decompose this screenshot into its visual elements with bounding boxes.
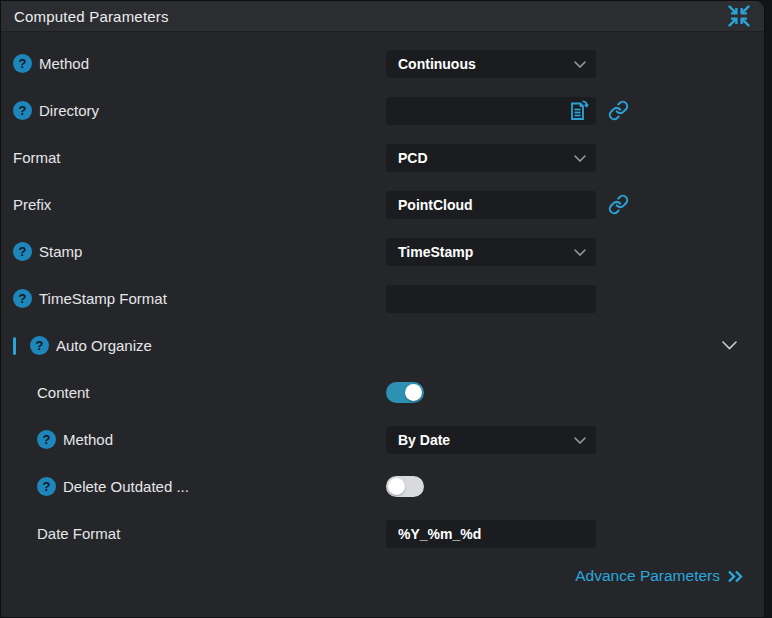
document-browse-icon[interactable] — [567, 99, 591, 127]
format-dropdown[interactable]: PCD — [386, 144, 596, 172]
row-format: Format PCD — [1, 134, 764, 181]
format-label: Format — [13, 149, 61, 166]
collapse-panel-button[interactable] — [724, 2, 754, 30]
toggle-knob — [405, 384, 422, 401]
section-collapse-button[interactable] — [722, 341, 737, 350]
section-accent-bar — [13, 337, 16, 355]
organize-method-dropdown[interactable]: By Date — [386, 426, 596, 454]
chevron-down-icon — [574, 249, 586, 256]
format-value: PCD — [386, 150, 428, 166]
timestamp-format-label: TimeStamp Format — [39, 290, 167, 307]
chevron-down-icon — [574, 437, 586, 444]
method-label: Method — [39, 55, 89, 72]
help-icon[interactable]: ? — [13, 54, 32, 73]
directory-input[interactable] — [386, 97, 596, 125]
row-timestamp-format: ? TimeStamp Format — [1, 275, 764, 322]
content-label: Content — [37, 384, 90, 401]
row-prefix: Prefix — [1, 181, 764, 228]
help-icon[interactable]: ? — [30, 336, 49, 355]
panel-header: Computed Parameters — [1, 1, 764, 32]
timestamp-format-input[interactable] — [386, 285, 596, 313]
double-chevron-right-icon — [727, 570, 744, 583]
delete-outdated-label: Delete Outdated ... — [63, 478, 189, 495]
row-directory: ? Directory — [1, 87, 764, 134]
advance-parameters-label: Advance Parameters — [575, 567, 720, 585]
auto-organize-label: Auto Organize — [56, 337, 152, 354]
stamp-value: TimeStamp — [386, 244, 473, 260]
link-icon[interactable] — [608, 100, 629, 121]
help-icon[interactable]: ? — [13, 101, 32, 120]
collapse-arrows-icon — [726, 3, 752, 29]
method-dropdown[interactable]: Continuous — [386, 50, 596, 78]
computed-parameters-panel: Computed Parameters ? Method Continuous — [0, 0, 765, 618]
organize-method-value: By Date — [386, 432, 450, 448]
chevron-down-icon — [574, 61, 586, 68]
organize-method-label: Method — [63, 431, 113, 448]
row-organize-method: ? Method By Date — [1, 416, 764, 463]
help-icon[interactable]: ? — [37, 430, 56, 449]
row-stamp: ? Stamp TimeStamp — [1, 228, 764, 275]
row-method: ? Method Continuous — [1, 40, 764, 87]
prefix-input[interactable] — [386, 191, 596, 219]
stamp-label: Stamp — [39, 243, 82, 260]
help-icon[interactable]: ? — [13, 289, 32, 308]
parameters-list: ? Method Continuous ? Directory — [1, 32, 764, 595]
directory-label: Directory — [39, 102, 99, 119]
row-auto-organize: ? Auto Organize — [1, 322, 764, 369]
chevron-down-icon — [722, 341, 737, 350]
help-icon[interactable]: ? — [37, 477, 56, 496]
prefix-label: Prefix — [13, 196, 51, 213]
link-icon[interactable] — [608, 194, 629, 215]
help-icon[interactable]: ? — [13, 242, 32, 261]
chevron-down-icon — [574, 155, 586, 162]
date-format-input[interactable] — [386, 520, 596, 548]
row-date-format: Date Format — [1, 510, 764, 557]
row-delete-outdated: ? Delete Outdated ... — [1, 463, 764, 510]
panel-title: Computed Parameters — [14, 8, 169, 25]
method-value: Continuous — [386, 56, 476, 72]
delete-outdated-toggle[interactable] — [386, 476, 424, 497]
date-format-label: Date Format — [37, 525, 120, 542]
advance-parameters-link[interactable]: Advance Parameters — [1, 557, 764, 595]
content-toggle[interactable] — [386, 382, 424, 403]
row-content: Content — [1, 369, 764, 416]
toggle-knob — [388, 478, 405, 495]
stamp-dropdown[interactable]: TimeStamp — [386, 238, 596, 266]
